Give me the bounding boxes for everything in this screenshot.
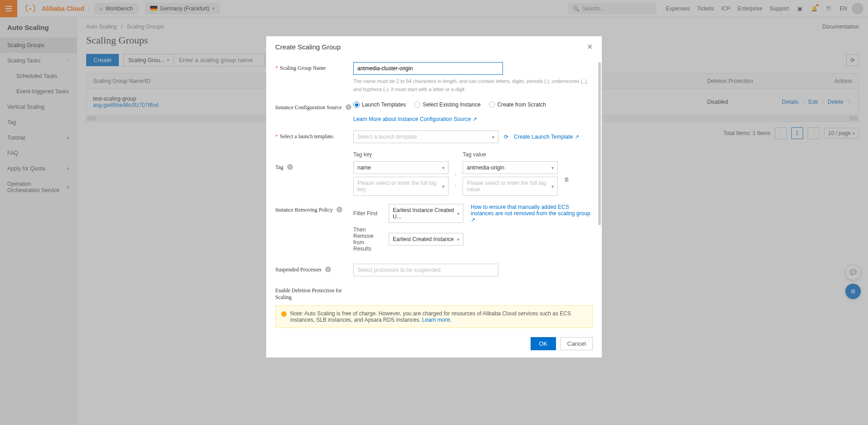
then-remove-label: Then Remove from Results — [353, 227, 383, 252]
radio-label: Create from Scratch — [497, 101, 546, 108]
external-link-icon: ↗ — [471, 217, 475, 223]
removing-policy-link[interactable]: How to ensure that manually added ECS in… — [471, 204, 590, 223]
select-placeholder: Please select or enter the full tag valu… — [467, 180, 551, 193]
radio-from-scratch[interactable]: Create from Scratch — [489, 101, 546, 108]
chevron-down-icon: ▾ — [442, 165, 444, 170]
cancel-button[interactable]: Cancel — [561, 337, 593, 350]
scaling-group-name-input[interactable] — [353, 62, 503, 75]
tag-value-value: antmedia-origin — [467, 164, 504, 171]
radio-label: Select Existing Instance — [423, 101, 480, 108]
create-scaling-group-modal: Create Scaling Group ✕ *Scaling Group Na… — [266, 36, 602, 357]
chevron-down-icon: ▾ — [551, 184, 554, 189]
create-launch-template-link[interactable]: Create Launch Template ↗ — [514, 134, 579, 140]
launch-template-select[interactable]: Select a launch template ▾ — [353, 130, 498, 143]
config-source-label: Instance Configuration Source — [275, 104, 342, 122]
radio-existing-instance[interactable]: Select Existing Instance — [414, 101, 480, 108]
tag-key-header: Tag key — [353, 151, 449, 158]
help-icon[interactable]: ? — [325, 266, 331, 272]
chevron-down-icon: ▾ — [551, 165, 554, 170]
radio-label: Launch Templates — [362, 101, 406, 108]
modal-overlay: Create Scaling Group ✕ *Scaling Group Na… — [0, 0, 868, 425]
tag-key-input[interactable]: name▾ — [353, 161, 449, 174]
select-placeholder: Select processes to be suspended — [357, 267, 440, 273]
link-label: Create Launch Template — [514, 134, 573, 140]
filter-first-select[interactable]: Earliest Instance Created U...▾ — [389, 204, 463, 223]
then-remove-select[interactable]: Earliest Created Instance▾ — [389, 233, 463, 246]
tag-key-value: name — [357, 164, 371, 171]
learn-more-link[interactable]: Learn More about Instance Configuration … — [353, 116, 477, 122]
tag-value-input-2[interactable]: Please select or enter the full tag valu… — [463, 177, 558, 196]
tag-value-input[interactable]: antmedia-origin▾ — [463, 161, 558, 174]
modal-title: Create Scaling Group — [275, 43, 341, 51]
tag-value-header: Tag value — [463, 151, 558, 158]
refresh-icon[interactable]: ⟳ — [504, 134, 508, 140]
chevron-down-icon: ▾ — [457, 237, 459, 242]
launch-template-label: Select a launch template. — [280, 133, 334, 143]
note-learn-more[interactable]: Learn more — [422, 317, 450, 323]
deletion-protection-label: Enable Deletion Protection for Scaling — [275, 287, 353, 301]
link-label: Learn More about Instance Configuration … — [353, 116, 471, 122]
chevron-down-icon: ▾ — [442, 184, 444, 189]
name-hint: The name must be 2 to 64 characters in l… — [353, 77, 593, 93]
ok-button[interactable]: OK — [531, 337, 556, 350]
help-icon[interactable]: ? — [346, 104, 351, 110]
chevron-down-icon: ▾ — [457, 211, 459, 216]
link-label: How to ensure that manually added ECS in… — [471, 204, 590, 217]
delete-tag-icon[interactable]: 🗑 — [564, 174, 570, 183]
tag-label: Tag — [275, 164, 283, 196]
chevron-down-icon: ▾ — [492, 135, 494, 140]
help-icon[interactable]: ? — [287, 164, 293, 170]
select-placeholder: Please select or enter the full tag key — [357, 180, 442, 193]
radio-launch-templates[interactable]: Launch Templates — [353, 101, 406, 108]
help-icon[interactable]: ? — [336, 207, 342, 212]
name-label: Scaling Group Name — [280, 65, 326, 93]
close-icon[interactable]: ✕ — [587, 43, 593, 51]
select-placeholder: Select a launch template — [357, 134, 417, 140]
modal-scrollbar[interactable] — [598, 62, 601, 225]
tag-key-input-2[interactable]: Please select or enter the full tag key▾ — [353, 177, 449, 196]
external-link-icon: ↗ — [575, 134, 579, 140]
select-value: Earliest Created Instance — [393, 236, 454, 242]
note-banner: Note: Auto Scaling is free of charge. Ho… — [275, 305, 593, 328]
filter-first-label: Filter First — [353, 210, 383, 217]
select-value: Earliest Instance Created U... — [393, 207, 457, 220]
suspended-label: Suspended Processes — [275, 266, 322, 276]
warning-icon — [281, 311, 287, 317]
removing-policy-label: Instance Removing Policy — [275, 207, 333, 256]
suspended-processes-select[interactable]: Select processes to be suspended — [353, 264, 498, 276]
external-link-icon: ↗ — [473, 116, 477, 122]
